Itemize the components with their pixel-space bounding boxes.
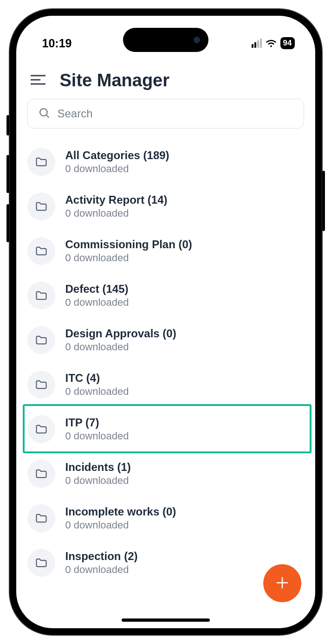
list-item-title: Incidents (1) (65, 461, 131, 474)
search-box[interactable] (27, 99, 304, 129)
folder-icon (27, 460, 55, 488)
list-item[interactable]: All Categories (189)0 downloaded (27, 140, 315, 184)
list-item-text: Design Approvals (0)0 downloaded (65, 327, 176, 353)
list-item[interactable]: Commissioning Plan (0)0 downloaded (27, 229, 315, 273)
list-item-title: ITC (4) (65, 372, 129, 385)
list-item-title: Design Approvals (0) (65, 327, 176, 340)
menu-icon (31, 74, 45, 87)
list-item-text: Incidents (1)0 downloaded (65, 461, 131, 487)
list-item-subtitle: 0 downloaded (65, 519, 176, 531)
folder-icon (27, 282, 55, 309)
list-item-text: ITC (4)0 downloaded (65, 372, 129, 398)
list-item[interactable]: Activity Report (14)0 downloaded (27, 184, 315, 229)
folder-icon (27, 193, 55, 220)
header: Site Manager (16, 66, 315, 99)
list-item-title: ITP (7) (65, 416, 129, 429)
list-item-text: All Categories (189)0 downloaded (65, 149, 169, 175)
list-item-subtitle: 0 downloaded (65, 386, 129, 398)
svg-line-4 (46, 115, 48, 117)
list-item-title: Commissioning Plan (0) (65, 238, 192, 251)
status-indicators: 94 (252, 37, 295, 49)
list-item-text: Commissioning Plan (0)0 downloaded (65, 238, 192, 264)
battery-level: 94 (280, 37, 295, 49)
status-time: 10:19 (42, 37, 72, 50)
list-item-text: ITP (7)0 downloaded (65, 416, 129, 442)
folder-icon (27, 148, 55, 176)
home-indicator (122, 618, 210, 622)
list-item[interactable]: Incidents (1)0 downloaded (27, 451, 315, 496)
list-item[interactable]: Defect (145)0 downloaded (27, 273, 315, 318)
menu-button[interactable] (29, 72, 47, 90)
list-item-text: Activity Report (14)0 downloaded (65, 193, 168, 219)
list-item-subtitle: 0 downloaded (65, 163, 169, 175)
device-frame: 10:19 94 (10, 9, 322, 635)
list-item-title: Incomplete works (0) (65, 505, 176, 518)
list-item-text: Defect (145)0 downloaded (65, 283, 129, 309)
wifi-icon (266, 39, 277, 47)
folder-icon (27, 237, 55, 265)
list-item-text: Inspection (2)0 downloaded (65, 550, 138, 576)
list-item-subtitle: 0 downloaded (65, 296, 129, 309)
page-title: Site Manager (60, 71, 170, 90)
category-list: All Categories (189)0 downloadedActivity… (16, 137, 315, 604)
list-item-subtitle: 0 downloaded (65, 430, 129, 442)
search-input[interactable] (58, 107, 293, 120)
list-item-subtitle: 0 downloaded (65, 564, 138, 576)
list-item[interactable]: ITC (4)0 downloaded (27, 362, 315, 407)
list-item-title: All Categories (189) (65, 149, 169, 162)
search-container (16, 99, 315, 137)
cellular-signal-icon (252, 39, 262, 48)
plus-icon (275, 576, 289, 591)
list-item-text: Incomplete works (0)0 downloaded (65, 505, 176, 531)
folder-icon (27, 326, 55, 354)
content: Site Manager All Categories (189)0 downl… (16, 16, 315, 628)
search-icon (38, 107, 50, 121)
add-button[interactable] (263, 564, 301, 602)
screen: 10:19 94 (16, 16, 315, 628)
notch (123, 28, 208, 52)
list-item[interactable]: Design Approvals (0)0 downloaded (27, 318, 315, 362)
folder-icon (27, 549, 55, 577)
list-item-subtitle: 0 downloaded (65, 207, 168, 219)
list-item-title: Activity Report (14) (65, 193, 168, 206)
list-item-title: Inspection (2) (65, 550, 138, 563)
folder-icon (27, 504, 55, 532)
folder-icon (27, 415, 55, 443)
list-item-subtitle: 0 downloaded (65, 252, 192, 264)
list-item-subtitle: 0 downloaded (65, 475, 131, 487)
list-item[interactable]: Incomplete works (0)0 downloaded (27, 496, 315, 541)
list-item-subtitle: 0 downloaded (65, 341, 176, 353)
list-item[interactable]: ITP (7)0 downloaded (27, 407, 315, 451)
folder-icon (27, 371, 55, 399)
list-item-title: Defect (145) (65, 283, 129, 296)
